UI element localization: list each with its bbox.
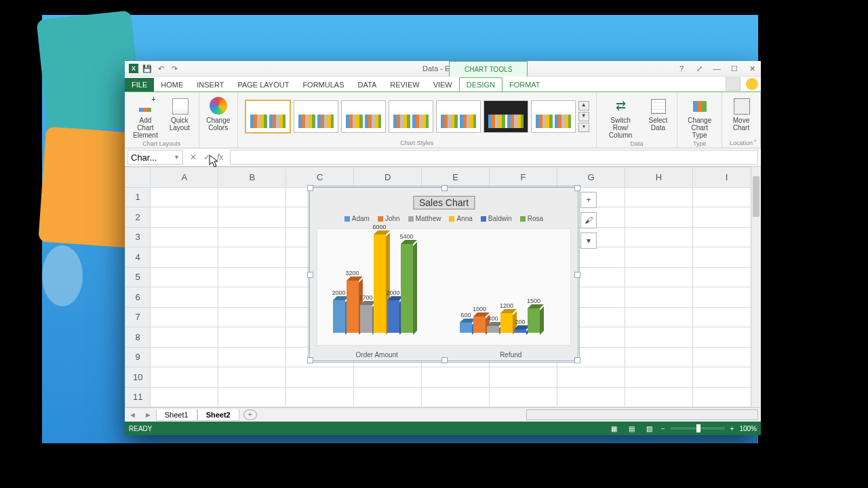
chart-style-thumb[interactable] bbox=[436, 100, 481, 133]
bar[interactable]: 2000 bbox=[333, 300, 345, 333]
qat-redo[interactable]: ↷ bbox=[170, 64, 179, 73]
help-icon[interactable]: ? bbox=[675, 64, 688, 73]
view-page-break-icon[interactable]: ▧ bbox=[644, 425, 656, 432]
chart-style-thumb[interactable] bbox=[531, 100, 576, 133]
select-all[interactable] bbox=[125, 167, 151, 188]
chart-style-thumb[interactable] bbox=[245, 100, 291, 134]
cell[interactable] bbox=[625, 247, 693, 268]
tab-home[interactable]: HOME bbox=[154, 78, 190, 92]
bar[interactable]: 6000 bbox=[374, 235, 386, 333]
cell[interactable] bbox=[151, 327, 218, 348]
column-header[interactable]: B bbox=[218, 167, 286, 188]
chart-styles-button[interactable]: 🖌 bbox=[580, 212, 597, 228]
vertical-scrollbar[interactable] bbox=[751, 167, 761, 407]
row-header[interactable]: 2 bbox=[125, 207, 151, 228]
horizontal-scrollbar[interactable] bbox=[526, 409, 758, 420]
tab-file[interactable]: FILE bbox=[125, 78, 154, 92]
bar[interactable]: 3200 bbox=[347, 281, 359, 333]
cell[interactable] bbox=[286, 367, 354, 388]
cell[interactable] bbox=[625, 367, 693, 388]
column-header[interactable]: C bbox=[286, 167, 354, 188]
cell[interactable] bbox=[151, 387, 218, 407]
feedback-smiley-icon[interactable] bbox=[746, 78, 758, 90]
zoom-in-button[interactable]: + bbox=[730, 425, 734, 432]
tab-insert[interactable]: INSERT bbox=[190, 78, 231, 92]
row-header[interactable]: 8 bbox=[125, 327, 151, 348]
chart-elements-button[interactable]: + bbox=[580, 192, 597, 208]
sheet-tab-sheet1[interactable]: Sheet1 bbox=[156, 409, 197, 421]
row-header[interactable]: 7 bbox=[125, 307, 151, 327]
cell[interactable] bbox=[218, 207, 286, 228]
chart-style-thumb[interactable] bbox=[389, 100, 433, 133]
column-header[interactable]: F bbox=[490, 167, 557, 188]
fx-icon[interactable]: fx bbox=[217, 152, 223, 162]
plot-area[interactable]: 2000320017006000200054006001000400120020… bbox=[317, 228, 571, 346]
gallery-down-icon[interactable]: ▼ bbox=[578, 112, 589, 121]
row-header[interactable]: 10 bbox=[125, 367, 151, 388]
bar[interactable]: 600 bbox=[460, 323, 472, 333]
legend-entry[interactable]: Adam bbox=[344, 215, 370, 222]
sheet-tab-sheet2[interactable]: Sheet2 bbox=[197, 409, 239, 421]
cell[interactable] bbox=[557, 387, 625, 407]
chart-style-thumb[interactable] bbox=[341, 100, 386, 133]
chart-style-thumb[interactable] bbox=[294, 100, 338, 133]
bar[interactable]: 400 bbox=[487, 326, 499, 333]
close-icon[interactable]: ✕ bbox=[746, 64, 758, 73]
row-header[interactable]: 4 bbox=[125, 247, 151, 268]
column-header[interactable]: H bbox=[625, 167, 693, 188]
bar[interactable]: 1500 bbox=[528, 308, 540, 333]
tab-review[interactable]: REVIEW bbox=[383, 78, 426, 92]
cell[interactable] bbox=[218, 287, 286, 308]
gallery-more-icon[interactable]: ▾ bbox=[578, 123, 589, 132]
cell[interactable] bbox=[151, 287, 218, 308]
formula-input[interactable] bbox=[230, 150, 758, 165]
cell[interactable] bbox=[625, 207, 693, 228]
chart-style-thumb[interactable] bbox=[484, 100, 528, 133]
zoom-level[interactable]: 100% bbox=[739, 425, 757, 432]
chart-filters-button[interactable]: ▾ bbox=[580, 232, 597, 249]
legend-entry[interactable]: Anna bbox=[449, 215, 472, 222]
change-colors-button[interactable]: ChangeColors bbox=[203, 94, 233, 131]
tab-data[interactable]: DATA bbox=[351, 78, 384, 92]
cell[interactable] bbox=[151, 267, 218, 287]
bar[interactable]: 200 bbox=[514, 329, 526, 333]
cell[interactable] bbox=[218, 247, 286, 268]
cell[interactable] bbox=[286, 387, 354, 407]
column-header[interactable]: A bbox=[151, 167, 218, 188]
add-chart-element-button[interactable]: Add ChartElement bbox=[129, 94, 162, 139]
zoom-out-button[interactable]: − bbox=[661, 425, 665, 432]
tab-page-layout[interactable]: PAGE LAYOUT bbox=[231, 78, 296, 92]
cell[interactable] bbox=[151, 367, 218, 388]
tab-design[interactable]: DESIGN bbox=[459, 77, 502, 92]
maximize-icon[interactable]: ☐ bbox=[728, 64, 741, 73]
row-header[interactable]: 9 bbox=[125, 347, 151, 367]
embedded-chart[interactable]: Sales Chart AdamJohnMatthewAnnaBaldwinRo… bbox=[309, 187, 578, 361]
row-header[interactable]: 6 bbox=[125, 287, 151, 308]
quick-layout-button[interactable]: QuickLayout bbox=[165, 94, 195, 139]
sheet-nav-prev[interactable]: ◄ bbox=[125, 411, 140, 419]
ribbon-display-icon[interactable]: ⤢ bbox=[693, 64, 705, 73]
cell[interactable] bbox=[557, 367, 625, 388]
chart-title[interactable]: Sales Chart bbox=[413, 196, 475, 209]
bar[interactable]: 2000 bbox=[387, 300, 399, 333]
change-chart-type-button[interactable]: ChangeChart Type bbox=[682, 94, 717, 139]
new-sheet-button[interactable]: + bbox=[243, 409, 257, 420]
cell[interactable] bbox=[151, 227, 218, 247]
view-normal-icon[interactable]: ▦ bbox=[608, 425, 620, 432]
qat-save[interactable]: 💾 bbox=[142, 64, 152, 73]
chart-legend[interactable]: AdamJohnMatthewAnnaBaldwinRosa bbox=[310, 215, 578, 222]
qat-undo[interactable]: ↶ bbox=[156, 64, 165, 73]
cell[interactable] bbox=[151, 187, 218, 207]
account-icon[interactable] bbox=[726, 77, 741, 91]
cell[interactable] bbox=[625, 327, 693, 348]
select-data-button[interactable]: SelectData bbox=[643, 94, 673, 139]
cell[interactable] bbox=[490, 387, 557, 407]
cell[interactable] bbox=[490, 367, 557, 388]
collapse-ribbon-icon[interactable]: ˄ bbox=[753, 139, 757, 146]
cell[interactable] bbox=[354, 387, 422, 407]
minimize-icon[interactable]: — bbox=[711, 64, 723, 73]
row-header[interactable]: 1 bbox=[125, 187, 151, 207]
tab-formulas[interactable]: FORMULAS bbox=[296, 78, 351, 92]
cell[interactable] bbox=[218, 187, 286, 207]
cell[interactable] bbox=[354, 367, 422, 388]
